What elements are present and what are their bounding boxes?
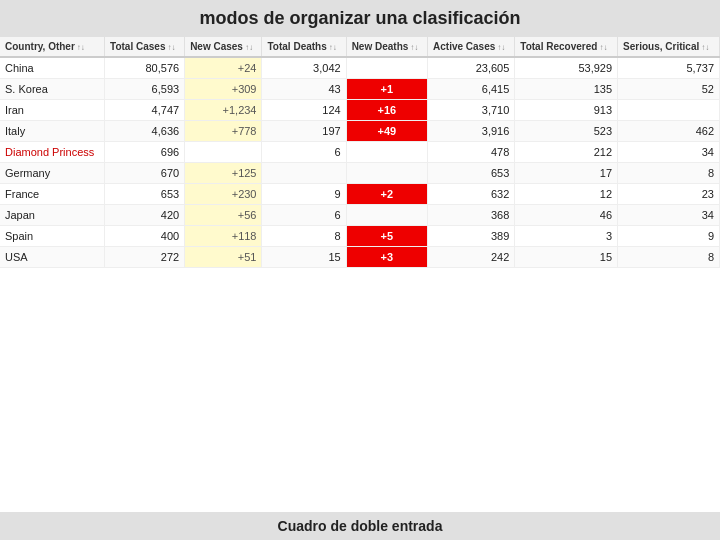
cell-serious-critical: 52 <box>618 79 720 100</box>
col-header-total_recovered[interactable]: Total Recovered ↑↓ <box>515 37 618 57</box>
cell-active-cases: 653 <box>428 163 515 184</box>
cell-active-cases: 23,605 <box>428 57 515 79</box>
cell-total-cases: 6,593 <box>105 79 185 100</box>
table-row: Germany670+125653178 <box>0 163 720 184</box>
cell-new-cases: +309 <box>185 79 262 100</box>
sort-icon-new_cases[interactable]: ↑↓ <box>245 43 253 52</box>
cell-total-recovered: 53,929 <box>515 57 618 79</box>
cell-total-cases: 670 <box>105 163 185 184</box>
table-header-row: Country, Other ↑↓Total Cases ↑↓New Cases… <box>0 37 720 57</box>
cell-new-cases: +118 <box>185 226 262 247</box>
footer-label: Cuadro de doble entrada <box>0 512 720 540</box>
sort-icon-total_recovered[interactable]: ↑↓ <box>599 43 607 52</box>
cell-new-deaths <box>346 205 427 226</box>
cell-country: France <box>0 184 105 205</box>
cell-country: Italy <box>0 121 105 142</box>
sort-icon-country[interactable]: ↑↓ <box>77 43 85 52</box>
sort-icon-serious_critical[interactable]: ↑↓ <box>701 43 709 52</box>
table-row: Iran4,747+1,234124+163,710913 <box>0 100 720 121</box>
cell-total-cases: 272 <box>105 247 185 268</box>
sort-icon-new_deaths[interactable]: ↑↓ <box>410 43 418 52</box>
cell-serious-critical: 5,737 <box>618 57 720 79</box>
cell-total-recovered: 135 <box>515 79 618 100</box>
cell-country: USA <box>0 247 105 268</box>
cell-new-cases: +56 <box>185 205 262 226</box>
col-header-new_cases[interactable]: New Cases ↑↓ <box>185 37 262 57</box>
cell-serious-critical: 8 <box>618 163 720 184</box>
cell-serious-critical: 8 <box>618 247 720 268</box>
cell-country[interactable]: Diamond Princess <box>0 142 105 163</box>
sort-icon-active_cases[interactable]: ↑↓ <box>497 43 505 52</box>
cell-country: China <box>0 57 105 79</box>
cell-serious-critical: 34 <box>618 142 720 163</box>
cell-total-recovered: 46 <box>515 205 618 226</box>
cell-new-deaths: +2 <box>346 184 427 205</box>
cell-active-cases: 3,916 <box>428 121 515 142</box>
cell-total-recovered: 3 <box>515 226 618 247</box>
cell-new-deaths: +5 <box>346 226 427 247</box>
cell-total-cases: 420 <box>105 205 185 226</box>
cell-new-cases: +51 <box>185 247 262 268</box>
cell-total-recovered: 523 <box>515 121 618 142</box>
cell-serious-critical: 23 <box>618 184 720 205</box>
cell-new-deaths <box>346 142 427 163</box>
cell-new-cases <box>185 142 262 163</box>
col-header-serious_critical[interactable]: Serious, Critical ↑↓ <box>618 37 720 57</box>
cell-active-cases: 368 <box>428 205 515 226</box>
cell-new-deaths <box>346 57 427 79</box>
cell-country: Iran <box>0 100 105 121</box>
cell-new-cases: +1,234 <box>185 100 262 121</box>
cell-new-cases: +778 <box>185 121 262 142</box>
cell-total-deaths: 15 <box>262 247 346 268</box>
cell-active-cases: 6,415 <box>428 79 515 100</box>
cell-active-cases: 242 <box>428 247 515 268</box>
cell-country: Germany <box>0 163 105 184</box>
cell-total-deaths: 6 <box>262 142 346 163</box>
table-row: Japan420+5663684634 <box>0 205 720 226</box>
cell-active-cases: 389 <box>428 226 515 247</box>
cell-new-deaths: +16 <box>346 100 427 121</box>
col-header-new_deaths[interactable]: New Deaths ↑↓ <box>346 37 427 57</box>
cell-active-cases: 478 <box>428 142 515 163</box>
cell-total-cases: 696 <box>105 142 185 163</box>
col-header-total_cases[interactable]: Total Cases ↑↓ <box>105 37 185 57</box>
table-row: France653+2309+26321223 <box>0 184 720 205</box>
cell-new-deaths: +49 <box>346 121 427 142</box>
cell-active-cases: 632 <box>428 184 515 205</box>
table-row: China80,576+243,04223,60553,9295,737 <box>0 57 720 79</box>
cell-serious-critical: 9 <box>618 226 720 247</box>
table-row: Diamond Princess696647821234 <box>0 142 720 163</box>
col-header-total_deaths[interactable]: Total Deaths ↑↓ <box>262 37 346 57</box>
cell-serious-critical: 34 <box>618 205 720 226</box>
cell-total-deaths: 43 <box>262 79 346 100</box>
cell-total-recovered: 12 <box>515 184 618 205</box>
col-header-country[interactable]: Country, Other ↑↓ <box>0 37 105 57</box>
cell-new-cases: +230 <box>185 184 262 205</box>
col-header-active_cases[interactable]: Active Cases ↑↓ <box>428 37 515 57</box>
cell-total-cases: 4,636 <box>105 121 185 142</box>
cell-total-recovered: 913 <box>515 100 618 121</box>
cell-serious-critical <box>618 100 720 121</box>
country-link[interactable]: Diamond Princess <box>5 146 94 158</box>
cell-total-deaths: 8 <box>262 226 346 247</box>
cell-total-deaths <box>262 163 346 184</box>
cell-active-cases: 3,710 <box>428 100 515 121</box>
cell-new-cases: +125 <box>185 163 262 184</box>
cell-total-deaths: 3,042 <box>262 57 346 79</box>
cell-country: Japan <box>0 205 105 226</box>
covid-table: Country, Other ↑↓Total Cases ↑↓New Cases… <box>0 37 720 268</box>
data-table-container: Country, Other ↑↓Total Cases ↑↓New Cases… <box>0 37 720 512</box>
sort-icon-total_cases[interactable]: ↑↓ <box>167 43 175 52</box>
cell-new-deaths: +3 <box>346 247 427 268</box>
page-title: modos de organizar una clasificación <box>0 0 720 37</box>
cell-total-cases: 400 <box>105 226 185 247</box>
table-row: Spain400+1188+538939 <box>0 226 720 247</box>
cell-total-cases: 80,576 <box>105 57 185 79</box>
cell-total-cases: 653 <box>105 184 185 205</box>
table-row: USA272+5115+3242158 <box>0 247 720 268</box>
cell-serious-critical: 462 <box>618 121 720 142</box>
cell-total-deaths: 197 <box>262 121 346 142</box>
cell-new-cases: +24 <box>185 57 262 79</box>
cell-total-recovered: 212 <box>515 142 618 163</box>
sort-icon-total_deaths[interactable]: ↑↓ <box>329 43 337 52</box>
